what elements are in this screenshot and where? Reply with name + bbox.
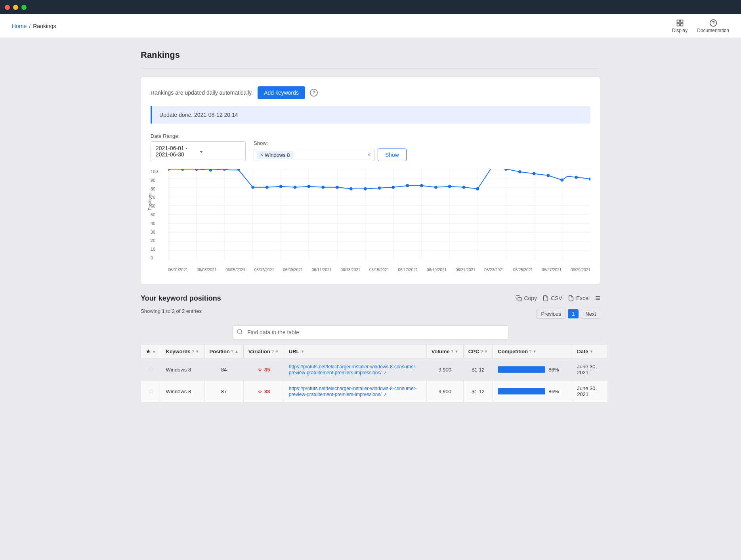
th-position: Position ? ▲ [204, 345, 243, 359]
variation-num-1: 85 [264, 367, 270, 373]
star-cell-2: ☆ [141, 381, 161, 402]
svg-point-62 [237, 330, 242, 334]
minimize-dot[interactable] [13, 5, 18, 10]
th-variation: Variation ? ▼ [243, 345, 284, 359]
next-page-button[interactable]: Next [581, 309, 600, 319]
titlebar [0, 0, 741, 14]
date-value-1: June 30, 2021 [577, 364, 597, 375]
variation-cell-2: 88 [243, 381, 284, 402]
svg-point-41 [321, 186, 325, 189]
clear-tag-button[interactable]: × [367, 151, 371, 158]
volume-value-2: 9,900 [439, 389, 452, 394]
svg-point-47 [406, 184, 409, 187]
competition-bar-2 [498, 388, 545, 394]
cpc-sort-icon[interactable]: ▼ [484, 349, 488, 354]
copy-label: Copy [524, 295, 537, 301]
csv-icon [542, 295, 549, 301]
cpc-value-2: $1.12 [472, 389, 485, 394]
breadcrumb: Home / Rankings [12, 23, 56, 29]
copy-button[interactable]: Copy [516, 295, 537, 301]
competition-bar-wrap-2: 86% [498, 388, 567, 394]
info-row: Rankings are updated daily automatically… [151, 86, 590, 99]
date-cell-2: June 30, 2021 [572, 381, 608, 402]
position-value-1: 84 [221, 367, 227, 373]
tag-x-prefix: × [260, 152, 263, 158]
volume-help-icon[interactable]: ? [451, 349, 453, 354]
variation-help-icon[interactable]: ? [271, 349, 274, 354]
url-link-2[interactable]: https://protuts.net/telecharger-installe… [289, 386, 417, 397]
variation-value-2: 88 [248, 389, 279, 394]
volume-sort-icon[interactable]: ▼ [455, 349, 458, 354]
position-value-2: 87 [221, 389, 227, 394]
maximize-dot[interactable] [21, 5, 27, 10]
url-sort-icon[interactable]: ▼ [301, 349, 305, 354]
svg-point-31 [181, 169, 184, 171]
breadcrumb-current: Rankings [33, 23, 56, 29]
tag-chip-label: Windows 8 [265, 152, 290, 158]
competition-bar-1 [498, 366, 545, 373]
data-table: ★ ▼ Keywords ? ▼ Position ? [141, 344, 608, 402]
documentation-button[interactable]: Documentation [697, 19, 729, 33]
position-sort-up[interactable]: ▲ [235, 349, 239, 354]
cpc-cell-2: $1.12 [463, 381, 493, 402]
top-actions: Display Documentation [672, 19, 729, 33]
date-range-label: Date Range: [151, 133, 246, 139]
url-col-label: URL [289, 349, 300, 354]
show-group: Show: × Windows 8 × Show [254, 140, 407, 161]
position-help-icon[interactable]: ? [231, 349, 233, 354]
th-cpc: CPC ? ▼ [463, 345, 493, 359]
url-link-1[interactable]: https://protuts.net/telecharger-installe… [289, 364, 417, 375]
copy-icon [516, 295, 522, 301]
down-arrow-icon-2 [257, 389, 263, 394]
url-cell-1: https://protuts.net/telecharger-installe… [284, 359, 426, 381]
excel-button[interactable]: Excel [568, 295, 590, 301]
help-icon[interactable]: ? [310, 89, 318, 97]
date-range-select[interactable]: 2021-06-01 - 2021-06-30 [151, 141, 246, 161]
display-button[interactable]: Display [672, 19, 688, 33]
svg-rect-1 [680, 20, 683, 22]
competition-help-icon[interactable]: ? [529, 349, 531, 354]
show-input[interactable] [296, 152, 365, 158]
th-url: URL ▼ [284, 345, 426, 359]
star-button-2[interactable]: ☆ [148, 387, 154, 396]
entries-info: Showing 1 to 2 of 2 entries [141, 308, 202, 314]
table-search-input[interactable] [233, 325, 508, 339]
competition-bar-wrap-1: 86% [498, 366, 567, 373]
svg-point-57 [547, 174, 550, 177]
sort-down-icon[interactable]: ▼ [152, 350, 156, 354]
svg-point-32 [195, 169, 198, 171]
star-button-1[interactable]: ☆ [148, 365, 154, 374]
svg-point-58 [560, 178, 563, 181]
cpc-help-icon[interactable]: ? [480, 349, 483, 354]
star-header-icon: ★ [146, 349, 151, 354]
csv-button[interactable]: CSV [542, 295, 562, 301]
variation-sort-icon[interactable]: ▼ [275, 349, 279, 354]
more-menu-button[interactable]: ≡ [595, 294, 600, 303]
svg-point-55 [518, 170, 521, 173]
date-sort-icon[interactable]: ▼ [590, 349, 594, 354]
keywords-help-icon[interactable]: ? [192, 349, 194, 354]
th-keywords: Keywords ? ▼ [161, 345, 204, 359]
search-row [141, 325, 600, 339]
pagination: Previous 1 Next [537, 309, 600, 319]
page-1-button[interactable]: 1 [568, 309, 579, 318]
breadcrumb-home-link[interactable]: Home [12, 23, 27, 29]
svg-point-49 [434, 186, 437, 189]
close-dot[interactable] [5, 5, 10, 10]
th-star: ★ ▼ [141, 345, 161, 359]
th-competition: Competition ? ▼ [493, 345, 572, 359]
table-header-row: ★ ▼ Keywords ? ▼ Position ? [141, 345, 608, 359]
table-row: ☆ Windows 8 84 85 [141, 359, 608, 381]
competition-cell-2: 86% [493, 381, 572, 402]
svg-rect-0 [677, 20, 679, 22]
help-circle-icon [709, 19, 717, 27]
prev-page-button[interactable]: Previous [537, 309, 565, 319]
show-button[interactable]: Show [378, 149, 407, 161]
rankings-card: Rankings are updated daily automatically… [141, 76, 600, 284]
svg-point-37 [265, 186, 269, 189]
external-link-icon-2: ↗ [383, 392, 387, 397]
competition-sort-icon[interactable]: ▼ [533, 349, 537, 354]
add-keywords-button[interactable]: Add keywords [258, 86, 305, 99]
date-value-2: June 30, 2021 [577, 385, 597, 397]
keywords-sort-icon[interactable]: ▼ [195, 349, 199, 354]
